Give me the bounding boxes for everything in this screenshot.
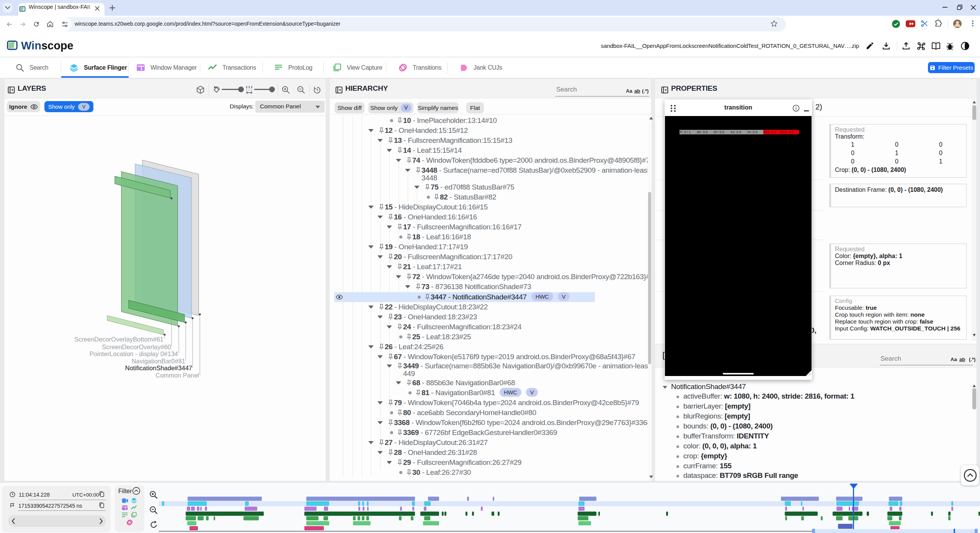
svg-text:ScreenDecorOverlayBottom#61: ScreenDecorOverlayBottom#61 [74, 336, 163, 343]
svg-text:NavigationBar0#81: NavigationBar0#81 [132, 358, 185, 365]
svg-text:NotificationShade#3447: NotificationShade#3447 [125, 365, 192, 371]
svg-text:PointerLocation - display 0#13: PointerLocation - display 0#134 [90, 350, 178, 357]
svg-text:Common Panel: Common Panel [155, 372, 199, 379]
svg-text:ScreenDecorOverlay#60: ScreenDecorOverlay#60 [102, 343, 171, 350]
